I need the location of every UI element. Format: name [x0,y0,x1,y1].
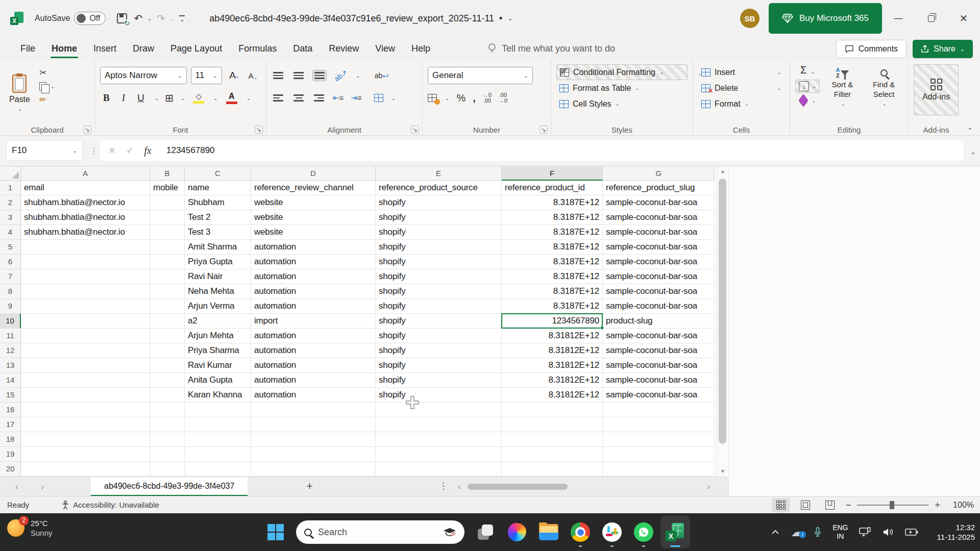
cell-C15[interactable]: Karan Khanna [185,388,251,403]
cell-F16[interactable] [502,403,603,417]
next-sheet-arrow[interactable]: › [41,477,44,496]
cell-A17[interactable] [21,417,150,432]
cell-B15[interactable] [150,388,185,403]
cell-G6[interactable]: sample-coconut-bar-soa [603,255,715,269]
cell-F11[interactable]: 8.31812E+12 [502,329,603,343]
cut-button[interactable]: ✂ [39,67,55,78]
alignment-dialog-launcher[interactable]: ↘ [411,126,419,134]
cell-C13[interactable]: Ravi Kumar [185,358,251,373]
tab-page-layout[interactable]: Page Layout [162,37,230,60]
cell-E18[interactable] [376,432,502,447]
format-painter-button[interactable]: ✏ [39,94,55,105]
tab-help[interactable]: Help [403,37,438,60]
autosave-toggle[interactable]: Off [74,12,106,25]
cell-A18[interactable] [21,432,150,447]
cell-E19[interactable] [376,447,502,462]
cell-D20[interactable] [251,462,376,477]
cell-G1[interactable]: reference_product_slug [603,181,715,195]
number-format-combobox[interactable]: General⌄ [428,67,533,84]
tell-me-search[interactable]: Tell me what you want to do [487,43,615,54]
cell-E12[interactable]: shopify [376,343,502,358]
cell-D9[interactable]: automation [251,299,376,314]
cell-E6[interactable]: shopify [376,255,502,269]
cell-D5[interactable]: automation [251,240,376,255]
bold-button[interactable]: B [100,91,113,105]
copy-button[interactable]: ⌄ [39,82,55,90]
cancel-formula-button[interactable]: ✕ [108,145,116,156]
decrease-font-button[interactable]: A⌄ [246,70,261,81]
cell-B19[interactable] [150,447,185,462]
cell-C5[interactable]: Amit Sharma [185,240,251,255]
cell-D3[interactable]: website [251,210,376,225]
cell-E15[interactable]: shopify [376,388,502,403]
paste-button[interactable]: Paste ⌄ [5,64,34,121]
row-header-5[interactable]: 5 [0,240,21,255]
cell-F4[interactable]: 8.3187E+12 [502,225,603,240]
cell-D10[interactable]: import [251,314,376,329]
cell-G16[interactable] [603,403,715,417]
zoom-out-button[interactable]: − [846,500,851,511]
autosum-button[interactable]: Σ ⌄ [800,64,815,76]
format-as-table-button[interactable]: Format as Table⌄ [556,80,688,96]
sort-filter-button[interactable]: AZ Sort & Filter⌄ [825,64,860,111]
microphone-icon[interactable] [814,527,821,537]
row-header-17[interactable]: 17 [0,417,21,432]
weather-widget[interactable]: 2 25°C Sunny [7,518,53,538]
cell-F15[interactable]: 8.31812E+12 [502,388,603,403]
cell-B9[interactable] [150,299,185,314]
cell-G8[interactable]: sample-coconut-bar-soa [603,284,715,299]
formula-input[interactable]: 1234567890 [159,140,964,161]
clock[interactable]: 12:32 11-11-2025 [937,522,975,542]
tab-review[interactable]: Review [321,37,367,60]
cell-E3[interactable]: shopify [376,210,502,225]
cell-B2[interactable] [150,195,185,210]
addins-button[interactable]: Add-ins [914,64,959,115]
taskbar-search[interactable]: Search [296,520,464,544]
collapse-ribbon-chevron[interactable]: ⌄ [967,123,973,131]
cell-E13[interactable]: shopify [376,358,502,373]
row-header-15[interactable]: 15 [0,388,21,403]
tab-draw[interactable]: Draw [125,37,162,60]
cell-A6[interactable] [21,255,150,269]
active-sheet-tab[interactable]: ab490ec6-8cbd-49e3-99de-3f4e037 [91,477,248,496]
row-header-7[interactable]: 7 [0,269,21,284]
italic-button[interactable]: I [119,91,128,105]
cell-A7[interactable] [21,269,150,284]
cell-D19[interactable] [251,447,376,462]
clipboard-dialog-launcher[interactable]: ↘ [83,126,91,134]
cell-B18[interactable] [150,432,185,447]
cell-A19[interactable] [21,447,150,462]
zoom-percentage[interactable]: 100% [947,500,974,510]
cell-F1[interactable]: reference_product_id [502,181,603,195]
insert-cells-button[interactable]: ← Insert⌄ [698,64,785,80]
tab-data[interactable]: Data [285,37,321,60]
font-name-combobox[interactable]: Aptos Narrow⌄ [100,67,187,84]
cell-C1[interactable]: name [185,181,251,195]
conditional-formatting-button[interactable]: Conditional Formatting⌄ [556,64,688,80]
cell-B5[interactable] [150,240,185,255]
cell-F3[interactable]: 8.3187E+12 [502,210,603,225]
cell-C7[interactable]: Ravi Nair [185,269,251,284]
cell-A20[interactable] [21,462,150,477]
cell-A8[interactable] [21,284,150,299]
cell-E11[interactable]: shopify [376,329,502,343]
cell-D14[interactable]: automation [251,373,376,388]
undo-button[interactable]: ↶ [131,12,145,24]
accounting-format-button[interactable] [428,94,437,102]
cell-F9[interactable]: 8.3187E+12 [502,299,603,314]
minimize-button[interactable]: — [882,0,915,37]
enter-formula-button[interactable]: ✓ [126,145,134,156]
merge-center-button[interactable] [374,94,383,102]
cell-C12[interactable]: Priya Sharma [185,343,251,358]
cell-B12[interactable] [150,343,185,358]
cell-B10[interactable] [150,314,185,329]
new-sheet-button[interactable]: + [306,477,313,496]
cell-F2[interactable]: 8.3187E+12 [502,195,603,210]
cell-C10[interactable]: a2 [185,314,251,329]
cell-B11[interactable] [150,329,185,343]
column-header-G[interactable]: G [603,166,715,181]
cell-C8[interactable]: Neha Mehta [185,284,251,299]
cell-E10[interactable]: shopify [376,314,502,329]
name-box[interactable]: F10⌄ [6,140,83,161]
cell-D8[interactable]: automation [251,284,376,299]
